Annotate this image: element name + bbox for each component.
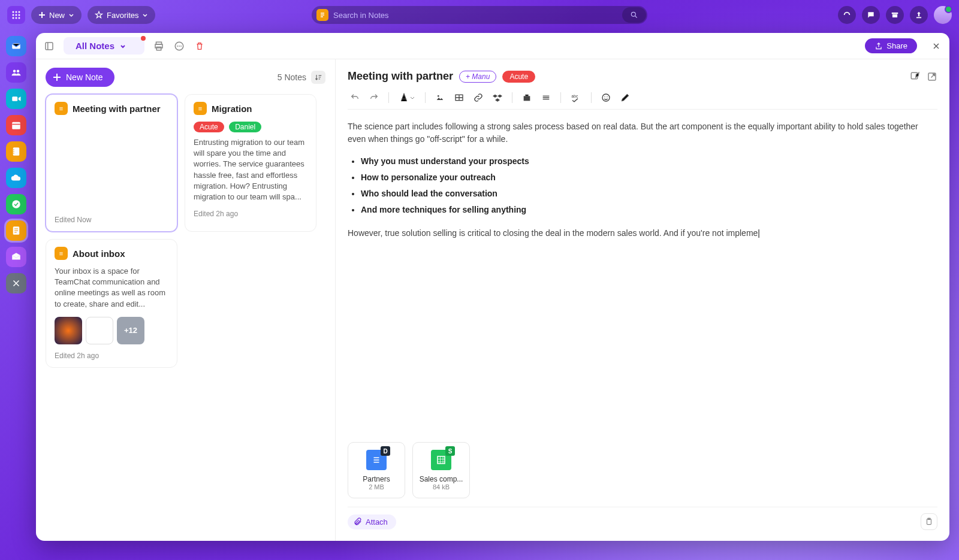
rail-mail-alt[interactable] [6, 247, 26, 267]
svg-point-15 [17, 70, 20, 73]
image-button[interactable] [435, 93, 445, 102]
chevron-down-icon [68, 12, 74, 18]
file-badge: S [445, 446, 455, 456]
attachment-thumb[interactable] [55, 317, 82, 344]
sort-button[interactable] [311, 71, 325, 84]
note-card[interactable]: ≡ Meeting with partner Edited Now [46, 94, 177, 232]
rail-people[interactable] [6, 62, 26, 83]
mail-icon [11, 41, 22, 52]
print-button[interactable] [153, 40, 165, 52]
popout-icon [927, 71, 937, 82]
paragraph: However, true solution selling is critic… [348, 227, 937, 240]
category-dropdown[interactable]: All Notes [64, 37, 144, 55]
attachment-thumb[interactable] [86, 317, 113, 344]
document-icon: ≡ [55, 102, 68, 115]
attach-button[interactable]: Attach [348, 514, 396, 529]
dropbox-button[interactable] [493, 93, 502, 102]
more-button[interactable] [173, 40, 185, 52]
chevron-down-icon [409, 95, 415, 101]
close-button[interactable] [930, 40, 942, 52]
window-toolbar: All Notes Share [36, 33, 949, 59]
favorites-label: Favorites [107, 11, 138, 20]
rail-chat[interactable] [6, 89, 26, 109]
svg-point-2 [19, 11, 20, 13]
redo-icon [369, 93, 379, 102]
highlight-button[interactable] [620, 93, 630, 102]
svg-point-6 [13, 17, 14, 19]
note-card[interactable]: ≡ Migration Acute Daniel Entrusting migr… [185, 94, 316, 232]
chat-button[interactable] [862, 6, 880, 24]
apps-grid-button[interactable] [7, 6, 25, 24]
svg-text:abc: abc [572, 94, 579, 98]
archive-button[interactable] [886, 6, 904, 24]
tag-input[interactable]: + Manu [459, 71, 496, 83]
user-avatar[interactable] [934, 6, 952, 24]
calendar-icon [11, 120, 22, 131]
emoji-button[interactable] [601, 93, 611, 102]
note-detail-panel: Meeting with partner + Manu Acute [336, 59, 949, 541]
app-rail [6, 36, 28, 293]
share-button[interactable]: Share [865, 38, 917, 53]
svg-point-8 [19, 17, 20, 19]
rail-calendar[interactable] [6, 115, 26, 135]
search-placeholder: Search in Notes [333, 11, 389, 20]
chat-icon [867, 11, 875, 19]
compose-icon [910, 71, 921, 82]
bullet: How to personalize your outreach [361, 171, 937, 184]
undo-button[interactable] [350, 93, 360, 102]
svg-rect-33 [524, 96, 530, 101]
attachment-more[interactable]: +12 [117, 317, 144, 344]
note-title: Meeting with partner [348, 70, 453, 83]
upload-button[interactable] [910, 6, 928, 24]
hr-button[interactable] [541, 93, 551, 102]
favorites-dropdown[interactable]: Favorites [88, 6, 155, 24]
rail-notes-alt[interactable] [6, 141, 26, 162]
note-card[interactable]: ≡ About inbox Your inbox is a space for … [46, 239, 177, 368]
link-button[interactable] [474, 93, 483, 102]
new-note-button[interactable]: New Note [46, 68, 114, 87]
people-icon [11, 67, 22, 78]
svg-point-7 [16, 17, 17, 19]
popout-button[interactable] [927, 71, 937, 82]
check-icon [11, 199, 22, 210]
attachment-size: 84 kB [417, 483, 466, 491]
rail-mail[interactable] [6, 36, 26, 56]
share-label: Share [886, 41, 907, 50]
table-button[interactable] [454, 93, 464, 102]
note-body[interactable]: The science part includes following a st… [348, 120, 937, 442]
redo-button[interactable] [369, 93, 379, 102]
svg-point-5 [19, 14, 20, 16]
new-label: New [49, 11, 65, 20]
svg-point-19 [12, 200, 20, 208]
rail-cloud[interactable] [6, 168, 26, 188]
audio-call-button[interactable] [838, 6, 856, 24]
rail-tasks[interactable] [6, 194, 26, 214]
dropbox-icon [493, 93, 502, 102]
tag-acute[interactable]: Acute [502, 71, 535, 83]
undo-icon [350, 93, 360, 102]
rail-notes-active[interactable] [6, 220, 26, 241]
attachment-card[interactable]: D Partners 2 MB [348, 442, 405, 498]
text-style-button[interactable] [399, 92, 415, 103]
svg-point-31 [438, 95, 439, 97]
attachment-name: Partners [352, 475, 401, 483]
notes-icon [11, 225, 22, 236]
clipboard-button[interactable] [921, 513, 937, 530]
global-search[interactable]: Search in Notes [312, 6, 647, 24]
edit-note-button[interactable] [910, 71, 921, 82]
rail-settings[interactable] [6, 273, 26, 293]
paragraph: The science part includes following a st… [348, 120, 937, 146]
delete-button[interactable] [194, 40, 206, 52]
tag: Daniel [229, 122, 261, 132]
spellcheck-button[interactable]: abc [571, 92, 581, 103]
sidebar-toggle[interactable] [43, 40, 55, 52]
svg-point-14 [13, 70, 16, 73]
trash-icon [195, 41, 204, 51]
attachment-card[interactable]: S Sales comp... 84 kB [412, 442, 470, 498]
new-dropdown[interactable]: New [31, 6, 82, 24]
svg-rect-10 [892, 13, 898, 14]
new-note-label: New Note [66, 72, 102, 82]
search-button[interactable] [622, 7, 646, 23]
date-button[interactable] [522, 93, 532, 102]
close-icon [931, 41, 941, 51]
